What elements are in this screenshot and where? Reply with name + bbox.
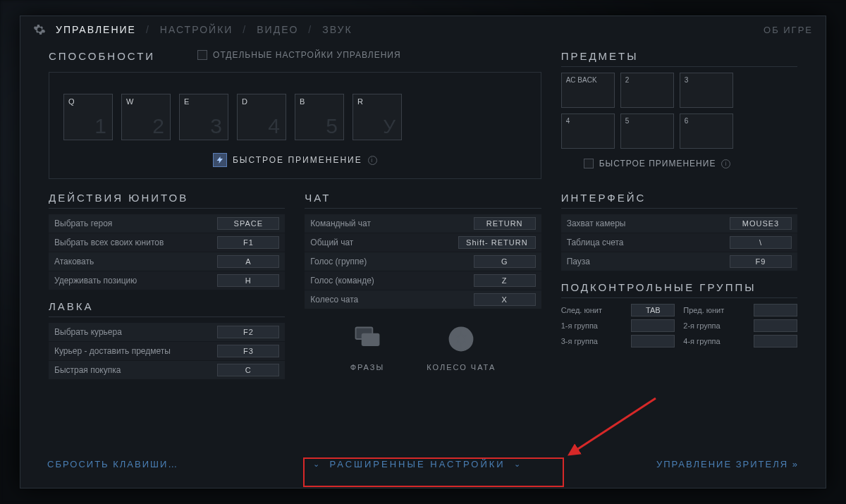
- info-icon[interactable]: i: [368, 156, 377, 165]
- keybind-value[interactable]: Z: [474, 274, 536, 287]
- group-key[interactable]: [631, 335, 675, 348]
- info-icon[interactable]: i: [721, 159, 730, 168]
- slot-key: Q: [68, 97, 75, 106]
- keybind-row: Захват камерыMOUSE3: [561, 214, 797, 233]
- slot-number: 4: [268, 114, 280, 138]
- tab-video[interactable]: ВИДЕО: [257, 24, 298, 35]
- control-groups-title: ПОДКОНТРОЛЬНЫЕ ГРУППЫ: [561, 281, 797, 298]
- tab-controls[interactable]: УПРАВЛЕНИЕ: [56, 24, 136, 35]
- chat-wheel-button[interactable]: КОЛЕСО ЧАТА: [427, 324, 496, 371]
- about-link[interactable]: ОБ ИГРЕ: [764, 25, 813, 35]
- slot-number: У: [383, 116, 396, 138]
- items-section: ПРЕДМЕТЫ AC BACK23456 БЫСТРОЕ ПРИМЕНЕНИЕ…: [561, 50, 797, 179]
- interface-title: ИНТЕРФЕЙС: [561, 192, 797, 209]
- keybind-value[interactable]: MOUSE3: [730, 217, 792, 230]
- item-slot[interactable]: 2: [620, 73, 674, 108]
- ability-slot[interactable]: E3: [179, 94, 228, 140]
- keybind-value[interactable]: F2: [217, 326, 279, 338]
- advanced-settings-button[interactable]: ⌄ РАСШИРЕННЫЕ НАСТРОЙКИ ⌄: [292, 452, 544, 477]
- keybind-label: Выбрать курьера: [54, 327, 122, 337]
- reset-keys-link[interactable]: СБРОСИТЬ КЛАВИШИ…: [47, 459, 178, 469]
- ability-slot[interactable]: D4: [237, 94, 286, 140]
- keybind-row: Таблица счета\: [561, 233, 797, 252]
- tab-settings[interactable]: НАСТРОЙКИ: [160, 24, 233, 35]
- quickcast-label: БЫСТРОЕ ПРИМЕНЕНИЕ: [233, 155, 362, 165]
- group-label: След. юнит: [561, 306, 627, 314]
- control-group-cell: 2-я группа: [683, 319, 797, 332]
- phrases-button[interactable]: ФРАЗЫ: [350, 324, 385, 371]
- slot-number: 5: [326, 114, 338, 138]
- keybind-row: Колесо чатаX: [305, 290, 541, 309]
- keybind-value[interactable]: F1: [217, 236, 279, 249]
- slot-number: 1: [94, 114, 106, 138]
- keybind-row: Командный чатRETURN: [305, 214, 541, 233]
- item-slot[interactable]: 5: [620, 113, 674, 149]
- keybind-row: Выбрать всех своих юнитовF1: [49, 233, 285, 252]
- keybind-value[interactable]: \: [730, 236, 792, 249]
- abilities-title: СПОСОБНОСТИ: [49, 50, 155, 62]
- keybind-value[interactable]: C: [217, 364, 279, 376]
- keybind-label: Командный чат: [310, 219, 371, 228]
- chevron-down-icon: ⌄: [514, 460, 522, 469]
- keybind-value[interactable]: G: [474, 255, 536, 268]
- ability-slot[interactable]: B5: [295, 94, 344, 140]
- keybind-row: АтаковатьA: [49, 252, 285, 271]
- keybind-row: Удерживать позициюH: [49, 271, 285, 290]
- control-group-cell: 1-я группа: [561, 319, 675, 332]
- keybind-value[interactable]: Shift- RETURN: [458, 236, 536, 249]
- keybind-value[interactable]: A: [217, 255, 279, 268]
- separate-controls-checkbox[interactable]: [197, 50, 207, 60]
- keybind-row: Голос (команде)Z: [305, 271, 541, 290]
- item-slot[interactable]: AC BACK: [561, 73, 615, 108]
- column-mid: ЧАТ Командный чатRETURNОбщий чатShift- R…: [305, 192, 541, 380]
- keybind-row: Общий чатShift- RETURN: [305, 233, 541, 252]
- ability-slot[interactable]: RУ: [352, 94, 402, 140]
- gear-icon: [33, 23, 46, 36]
- keybind-value[interactable]: SPACE: [217, 217, 279, 230]
- keybind-value[interactable]: RETURN: [474, 217, 536, 230]
- slot-key: B: [300, 97, 305, 106]
- group-label: 4-я группа: [683, 337, 749, 345]
- wheel-icon: [446, 324, 477, 355]
- group-label: 2-я группа: [683, 321, 749, 330]
- separate-controls-label: ОТДЕЛЬНЫЕ НАСТРОЙКИ УПРАВЛЕНИЯ: [213, 50, 401, 60]
- keybind-label: Захват камеры: [567, 219, 626, 228]
- keybind-value[interactable]: F3: [217, 345, 279, 357]
- group-key[interactable]: [754, 319, 797, 332]
- keybind-label: Общий чат: [310, 238, 353, 247]
- spectator-controls-link[interactable]: УПРАВЛЕНИЕ ЗРИТЕЛЯ »: [656, 459, 799, 469]
- group-key[interactable]: [754, 335, 797, 348]
- keybind-row: Выбрать герояSPACE: [49, 214, 285, 233]
- ability-slot[interactable]: Q1: [63, 94, 113, 140]
- items-quickcast-checkbox[interactable]: [584, 159, 594, 168]
- group-label: 1-я группа: [561, 321, 627, 330]
- item-slot[interactable]: 3: [680, 73, 733, 108]
- group-key[interactable]: [754, 304, 797, 316]
- keybind-row: Выбрать курьераF2: [49, 323, 285, 342]
- keybind-value[interactable]: F9: [730, 255, 792, 268]
- keybind-label: Голос (команде): [310, 276, 374, 285]
- topbar: УПРАВЛЕНИЕ / НАСТРОЙКИ / ВИДЕО / ЗВУК ОБ…: [20, 16, 826, 36]
- item-slot[interactable]: 6: [680, 113, 733, 149]
- ability-slots-box: Q1W2E3D4B5RУ БЫСТРОЕ ПРИМЕНЕНИЕ i: [49, 72, 541, 179]
- unit-actions-title: ДЕЙСТВИЯ ЮНИТОВ: [49, 192, 285, 209]
- quickcast-icon[interactable]: [213, 153, 227, 167]
- column-left: ДЕЙСТВИЯ ЮНИТОВ Выбрать герояSPACEВыбрат…: [49, 192, 285, 380]
- keybind-value[interactable]: X: [474, 293, 536, 306]
- chevron-down-icon: ⌄: [313, 460, 321, 469]
- slot-key: R: [357, 97, 363, 106]
- item-slot[interactable]: 4: [561, 113, 615, 149]
- keybind-label: Колесо чата: [310, 295, 358, 305]
- control-group-cell: Пред. юнит: [683, 304, 797, 316]
- keybind-row: Быстрая покупкаC: [49, 361, 285, 380]
- slot-key: W: [126, 97, 133, 106]
- group-key[interactable]: [631, 319, 675, 332]
- keybind-label: Голос (группе): [310, 257, 367, 266]
- footer: СБРОСИТЬ КЛАВИШИ… ⌄ РАСШИРЕННЫЕ НАСТРОЙК…: [20, 442, 826, 488]
- control-group-cell: 4-я группа: [683, 335, 797, 348]
- tab-audio[interactable]: ЗВУК: [322, 24, 352, 35]
- keybind-row: Голос (группе)G: [305, 252, 541, 271]
- group-key[interactable]: TAB: [631, 304, 675, 316]
- keybind-value[interactable]: H: [217, 274, 279, 287]
- ability-slot[interactable]: W2: [121, 94, 171, 140]
